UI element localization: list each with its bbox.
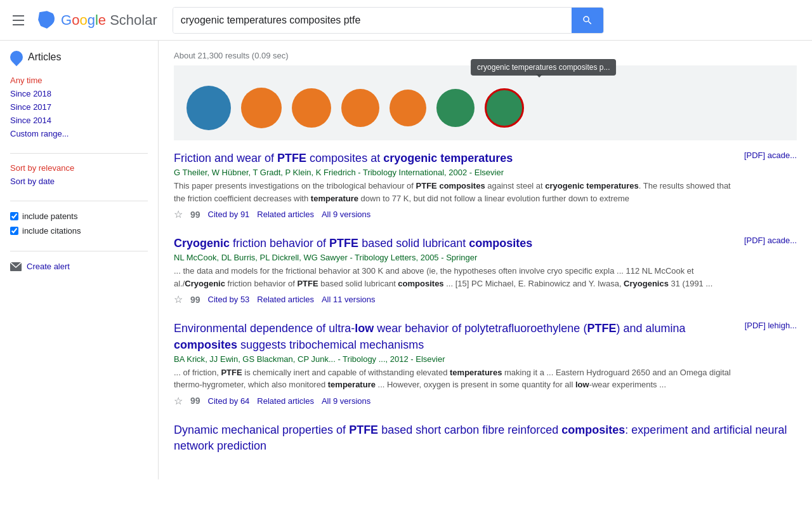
bubble-7[interactable] xyxy=(485,88,524,128)
versions-2[interactable]: All 11 versions xyxy=(322,295,376,304)
quote-icon-2[interactable]: 99 xyxy=(190,295,200,305)
bubble-2[interactable] xyxy=(241,88,282,128)
bubble-4[interactable] xyxy=(341,89,379,127)
bubble-5[interactable] xyxy=(390,90,426,126)
versions-1[interactable]: All 9 versions xyxy=(322,210,370,219)
result-snippet-1: This paper presents investigations on th… xyxy=(174,180,734,204)
articles-icon xyxy=(8,48,25,66)
result-item-2: Cryogenic friction behavior of PTFE base… xyxy=(174,236,797,305)
filter-custom-range[interactable]: Custom range... xyxy=(10,127,148,140)
filter-any-time[interactable]: Any time xyxy=(10,74,148,87)
result-meta-2: NL McCook, DL Burris, PL Dickrell, WG Sa… xyxy=(174,253,734,262)
sidebar-section-articles: Articles xyxy=(10,51,148,64)
header: Google Scholar xyxy=(0,0,812,41)
author-link-2a[interactable]: DL Burris xyxy=(221,253,256,262)
articles-label: Articles xyxy=(28,51,61,63)
versions-3[interactable]: All 9 versions xyxy=(322,396,370,406)
cited-by-3[interactable]: Cited by 64 xyxy=(208,396,250,406)
results-info: About 21,300 results (0.09 sec) xyxy=(174,46,797,60)
include-patents-label: include patents xyxy=(22,211,77,221)
logo-text: Google Scholar xyxy=(61,12,157,29)
related-2[interactable]: Related articles xyxy=(257,295,314,304)
result-snippet-2: ... the data and models for the friction… xyxy=(174,265,734,290)
result-actions-1: ☆ 99 Cited by 91 Related articles All 9 … xyxy=(174,208,734,220)
result-title-4[interactable]: Dynamic mechanical properties of PTFE ba… xyxy=(174,422,797,454)
bubble-3[interactable] xyxy=(292,88,331,128)
result-title-1[interactable]: Friction and wear of PTFE composites at … xyxy=(174,150,734,166)
related-3[interactable]: Related articles xyxy=(257,396,314,406)
bubble-6[interactable] xyxy=(436,89,475,127)
bubbles-container xyxy=(187,76,784,130)
hamburger-menu[interactable] xyxy=(10,13,27,28)
sort-group: Sort by relevance Sort by date xyxy=(10,161,148,188)
include-citations-label: include citations xyxy=(22,226,81,236)
sidebar: Articles Any time Since 2018 Since 2017 … xyxy=(0,41,159,479)
include-citations-row[interactable]: include citations xyxy=(10,224,148,238)
result-actions-2: ☆ 99 Cited by 53 Related articles All 11… xyxy=(174,293,734,305)
cited-by-1[interactable]: Cited by 91 xyxy=(208,210,250,219)
bubble-chart[interactable]: cryogenic temperatures composites p... xyxy=(174,65,797,140)
search-bar xyxy=(173,7,604,34)
filter-since-2018[interactable]: Since 2018 xyxy=(10,87,148,100)
result-actions-3: ☆ 99 Cited by 64 Related articles All 9 … xyxy=(174,395,735,407)
search-button[interactable] xyxy=(572,8,603,33)
star-icon-2[interactable]: ☆ xyxy=(174,293,183,305)
include-patents-row[interactable]: include patents xyxy=(10,209,148,224)
tooltip: cryogenic temperatures composites p... xyxy=(471,59,616,76)
envelope-icon xyxy=(10,262,22,271)
scholar-logo-icon xyxy=(33,6,58,31)
result-item-1: Friction and wear of PTFE composites at … xyxy=(174,150,797,220)
pdf-link-3[interactable]: [PDF] lehigh... xyxy=(745,321,797,330)
result-item-3: Environmental dependence of ultra-low we… xyxy=(174,321,797,406)
time-filter-group: Any time Since 2018 Since 2017 Since 201… xyxy=(10,74,148,140)
create-alert-label: Create alert xyxy=(27,262,70,271)
pdf-link-2[interactable]: [PDF] acade... xyxy=(744,236,797,245)
pdf-link-1[interactable]: [PDF] acade... xyxy=(744,150,797,160)
author-link-2b[interactable]: WG Sawyer xyxy=(303,253,347,262)
main-layout: Articles Any time Since 2018 Since 2017 … xyxy=(0,41,812,479)
include-patents-checkbox[interactable] xyxy=(10,212,18,220)
checkbox-group: include patents include citations xyxy=(10,209,148,238)
star-icon-3[interactable]: ☆ xyxy=(174,395,183,407)
result-title-3[interactable]: Environmental dependence of ultra-low we… xyxy=(174,321,735,352)
star-icon-1[interactable]: ☆ xyxy=(174,208,183,220)
include-citations-checkbox[interactable] xyxy=(10,227,18,235)
sort-by-relevance[interactable]: Sort by relevance xyxy=(10,161,148,175)
filter-since-2014[interactable]: Since 2014 xyxy=(10,114,148,127)
related-1[interactable]: Related articles xyxy=(257,210,314,219)
author-link-3b[interactable]: CP Junk xyxy=(298,354,329,364)
content-area: About 21,300 results (0.09 sec) cryogeni… xyxy=(159,41,812,479)
quote-icon-1[interactable]: 99 xyxy=(190,210,200,220)
author-link-3[interactable]: BA Krick xyxy=(174,354,205,364)
result-meta-3: BA Krick, JJ Ewin, GS Blackman, CP Junk.… xyxy=(174,354,735,364)
logo: Google Scholar xyxy=(37,11,157,29)
result-title-2[interactable]: Cryogenic friction behavior of PTFE base… xyxy=(174,236,734,251)
result-snippet-3: ... of friction, PTFE is chemically iner… xyxy=(174,366,735,391)
filter-since-2017[interactable]: Since 2017 xyxy=(10,100,148,114)
quote-icon-3[interactable]: 99 xyxy=(190,396,200,406)
search-input[interactable] xyxy=(173,8,572,33)
author-link-1[interactable]: K Friedrich xyxy=(316,168,356,177)
create-alert[interactable]: Create alert xyxy=(10,259,148,274)
result-meta-1: G Theiler, W Hübner, T Gradt, P Klein, K… xyxy=(174,168,734,177)
cited-by-2[interactable]: Cited by 53 xyxy=(208,295,250,304)
result-item-4: Dynamic mechanical properties of PTFE ba… xyxy=(174,422,797,454)
bubble-1[interactable] xyxy=(187,86,231,130)
sort-by-date[interactable]: Sort by date xyxy=(10,175,148,188)
